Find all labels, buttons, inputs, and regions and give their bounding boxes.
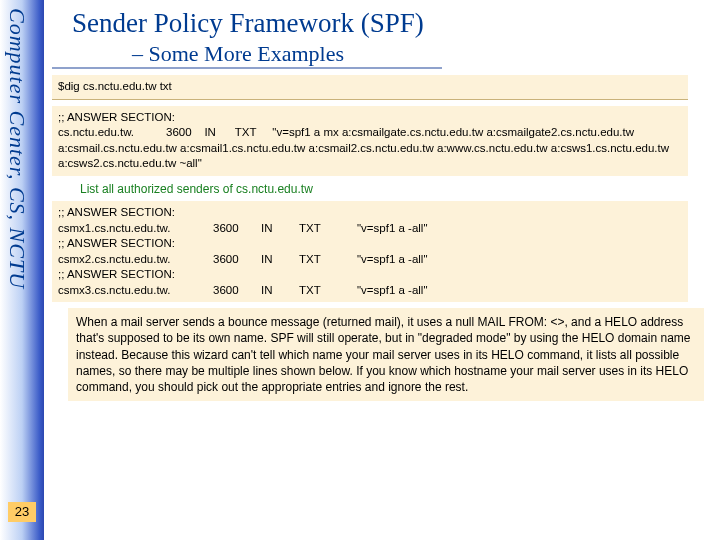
dig-command: $dig cs.nctu.edu.tw txt (52, 75, 688, 100)
host-cell: csmx2.cs.nctu.edu.tw. (58, 252, 213, 268)
host-cell: csmx3.cs.nctu.edu.tw. (58, 283, 213, 299)
note-bounce-message: When a mail server sends a bounce messag… (68, 308, 704, 401)
answer2-row: csmx3.cs.nctu.edu.tw. 3600 IN TXT "v=spf… (58, 283, 682, 299)
value-cell: "v=spf1 a -all" (357, 221, 682, 237)
ttl-cell: 3600 (213, 283, 261, 299)
ttl-cell: 3600 (213, 221, 261, 237)
answer2-header-2: ;; ANSWER SECTION: (58, 267, 682, 283)
in-cell: IN (261, 221, 299, 237)
answer2-header-0: ;; ANSWER SECTION: (58, 205, 682, 221)
host-cell: csmx1.cs.nctu.edu.tw. (58, 221, 213, 237)
page-number: 23 (8, 502, 36, 522)
value-cell: "v=spf1 a -all" (357, 252, 682, 268)
note-authorized-senders: List all authorized senders of cs.nctu.e… (52, 176, 712, 202)
in-cell: IN (261, 252, 299, 268)
answer2-row: csmx1.cs.nctu.edu.tw. 3600 IN TXT "v=spf… (58, 221, 682, 237)
page-title: Sender Policy Framework (SPF) (52, 8, 712, 41)
answer-section-1: ;; ANSWER SECTION: cs.nctu.edu.tw. 3600 … (52, 106, 688, 176)
sidebar: Computer Center, CS, NCTU 23 (0, 0, 44, 540)
slide-content: Sender Policy Framework (SPF) – Some Mor… (52, 8, 712, 401)
page-subtitle: – Some More Examples (52, 41, 442, 69)
answer2-row: csmx2.cs.nctu.edu.tw. 3600 IN TXT "v=spf… (58, 252, 682, 268)
answer1-text: ;; ANSWER SECTION: cs.nctu.edu.tw. 3600 … (58, 111, 672, 170)
value-cell: "v=spf1 a -all" (357, 283, 682, 299)
type-cell: TXT (299, 221, 357, 237)
ttl-cell: 3600 (213, 252, 261, 268)
sidebar-label: Computer Center, CS, NCTU (4, 8, 30, 289)
type-cell: TXT (299, 283, 357, 299)
answer2-header-1: ;; ANSWER SECTION: (58, 236, 682, 252)
type-cell: TXT (299, 252, 357, 268)
answer-section-2: ;; ANSWER SECTION: csmx1.cs.nctu.edu.tw.… (52, 201, 688, 302)
in-cell: IN (261, 283, 299, 299)
